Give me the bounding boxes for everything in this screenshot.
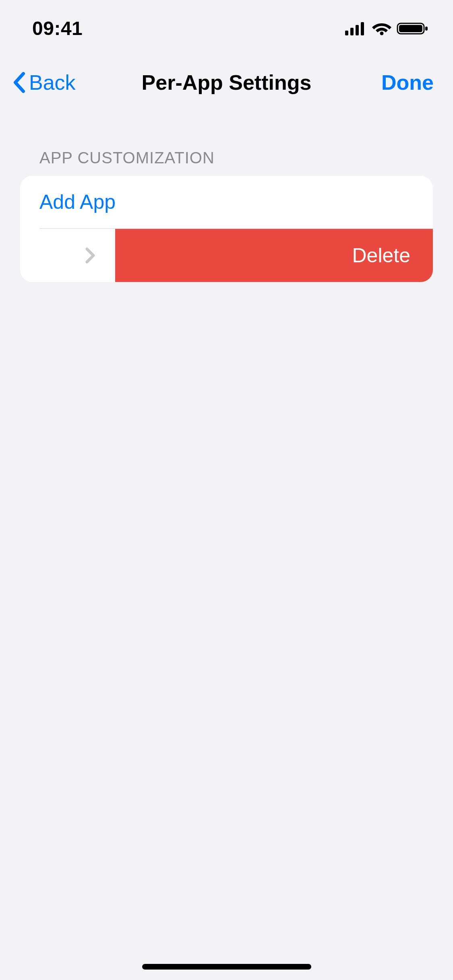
wifi-icon [372, 21, 392, 35]
svg-rect-6 [399, 25, 422, 32]
status-time: 09:41 [32, 17, 83, 39]
navigation-bar: Back Per-App Settings Done [0, 56, 453, 109]
svg-rect-2 [356, 25, 359, 35]
svg-rect-3 [361, 22, 364, 35]
cellular-icon [345, 21, 367, 35]
back-button[interactable]: Back [11, 70, 76, 95]
section-header: APP CUSTOMIZATION [20, 149, 433, 176]
app-row-swiped: Delete [20, 229, 433, 282]
svg-rect-7 [425, 27, 428, 31]
back-label: Back [29, 70, 76, 95]
svg-rect-1 [350, 28, 354, 35]
delete-button[interactable]: Delete [115, 229, 433, 282]
app-row-content[interactable] [20, 229, 115, 282]
app-customization-section: APP CUSTOMIZATION Add App Delete [0, 149, 453, 282]
status-bar: 09:41 [0, 0, 453, 56]
svg-point-4 [380, 32, 384, 35]
chevron-right-icon [85, 247, 96, 264]
add-app-row[interactable]: Add App [20, 176, 433, 228]
svg-rect-0 [345, 31, 348, 35]
battery-icon [397, 21, 429, 35]
add-app-label: Add App [39, 190, 116, 214]
chevron-left-icon [11, 70, 27, 95]
settings-group: Add App Delete [20, 176, 433, 282]
done-button[interactable]: Done [381, 70, 442, 95]
delete-label: Delete [352, 244, 410, 267]
page-title: Per-App Settings [142, 70, 312, 95]
home-indicator [142, 964, 311, 970]
status-icons [345, 21, 429, 35]
